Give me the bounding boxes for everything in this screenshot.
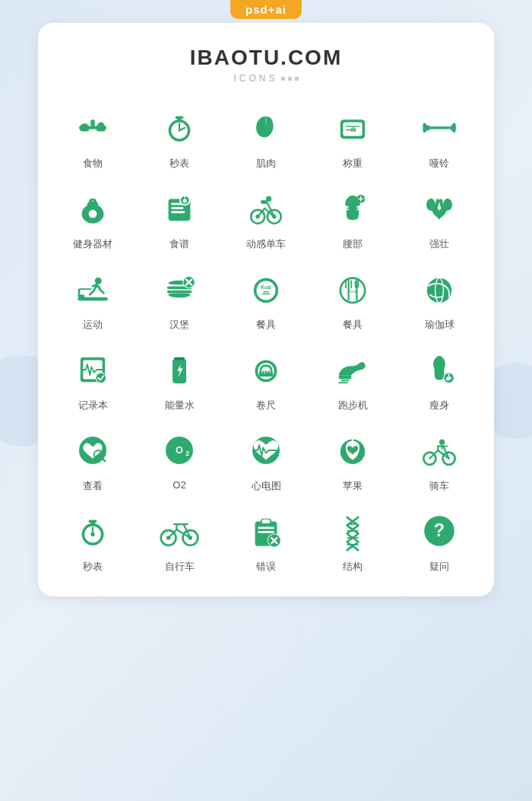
burger-label: 汉堡 [169,318,189,332]
icon-exercise: 运动 [53,266,132,332]
o2-icon: O 2 [157,428,202,473]
svg-rect-7 [82,124,87,128]
stopwatch2-label: 秒表 [83,560,103,574]
exercise-bike-label: 动感单车 [246,237,286,251]
icon-bicycle: 自行车 [140,508,219,574]
food-label: 食物 [83,157,103,170]
icon-yogaball: 瑜伽球 [400,266,479,332]
svg-text:Kcal: Kcal [261,284,271,290]
waist-icon [330,186,375,231]
svg-rect-15 [176,116,184,119]
utensils1-icon: Kcal [243,266,289,312]
icon-strong: 强壮 [400,186,479,251]
utensils2-icon: Kcal [330,266,375,312]
ecg-icon [243,428,289,473]
ruler-label: 卷尺 [256,399,276,412]
svg-rect-83 [448,373,450,376]
utensils1-label: 餐具 [256,318,276,332]
yogaball-icon [416,266,462,312]
utensils2-label: 餐具 [343,318,363,332]
energy-drink-icon [157,347,202,393]
dumbbell-label: 哑铃 [429,157,449,170]
kettlebell-label: 健身器材 [73,237,112,251]
burger-icon [157,266,202,312]
svg-rect-71 [174,358,185,361]
stopwatch-label: 秒表 [169,157,189,170]
svg-rect-103 [89,520,97,523]
ecg-label: 心电图 [252,479,281,493]
format-badge: psd+ai [230,0,302,19]
muscle-icon [243,105,289,151]
recipe-icon [157,186,202,231]
treadmill-icon [330,347,375,393]
svg-rect-25 [429,126,451,129]
svg-rect-74 [259,371,273,377]
recipe-label: 食谱 [169,237,189,251]
muscle-label: 肌肉 [256,157,276,170]
ruler-icon [243,347,289,393]
svg-point-45 [95,278,102,284]
cycling-label: 骑车 [429,479,449,493]
svg-rect-34 [184,196,185,199]
icon-ecg: 心电图 [226,428,306,493]
svg-point-27 [89,210,97,218]
icon-muscle: 肌肉 [226,105,306,170]
dumbbell-icon [416,105,462,151]
heartcheck-label: 查看 [83,479,103,493]
main-card: IBAOTU.COM ICONS [38,23,494,596]
svg-rect-49 [167,291,192,294]
icon-exercise-bike: 动感单车 [226,186,306,251]
yogaball-label: 瑜伽球 [425,318,454,332]
exercise-icon [70,266,116,312]
o2-label: O2 [173,479,185,491]
svg-rect-113 [258,527,274,529]
strong-label: 强壮 [429,237,449,251]
icon-o2: O 2 O2 [140,428,219,493]
svg-rect-31 [171,211,185,214]
icon-dna: 结构 [313,508,392,574]
slim-label: 瘦身 [429,399,449,412]
apple-label: 苹果 [343,479,363,493]
stopwatch-icon [157,105,202,151]
svg-text:2: 2 [185,450,189,457]
question-label: 疑问 [429,560,449,574]
icon-kettlebell: 健身器材 [53,186,132,251]
error-label: 错误 [256,560,276,574]
icon-stopwatch2: 秒表 [53,508,132,574]
heartcheck-icon [70,428,116,473]
kettlebell-icon [70,186,116,231]
icon-question: ? 疑问 [400,508,479,574]
slim-icon [416,347,462,393]
svg-rect-114 [258,531,274,533]
scale-label: 称重 [343,157,363,170]
svg-text:O: O [176,445,183,456]
site-title: IBAOTU.COM [53,46,479,70]
svg-rect-30 [171,207,183,209]
waist-label: 腰部 [343,237,363,251]
scale-icon: ⚖ [330,105,375,151]
svg-rect-24 [452,123,456,133]
icon-slim: 瘦身 [400,347,479,412]
svg-point-41 [266,196,271,202]
treadmill-label: 跑步机 [338,399,368,412]
icon-error: 错误 [226,508,306,574]
icons-grid: 食物 秒表 [53,105,479,574]
card-subtitle: ICONS [53,73,479,84]
dna-icon [330,508,375,554]
icon-heartcheck: 查看 [53,428,132,493]
dot1 [281,77,285,81]
icon-treadmill: 跑步机 [313,347,392,412]
icon-apple: 苹果 [313,428,392,493]
icon-notebook: 记录本 [53,347,132,412]
stopwatch2-icon [70,508,116,554]
notebook-icon [70,347,116,393]
svg-rect-112 [262,520,271,523]
apple-icon [330,428,375,473]
notebook-label: 记录本 [78,399,108,412]
icon-utensils1: Kcal 餐具 [226,266,306,332]
icon-cycling: 骑车 [400,428,479,493]
icon-dumbbell: 哑铃 [400,105,479,170]
svg-point-96 [439,440,445,445]
energy-drink-label: 能量水 [165,399,195,412]
icon-scale: ⚖ 称重 [313,105,392,170]
